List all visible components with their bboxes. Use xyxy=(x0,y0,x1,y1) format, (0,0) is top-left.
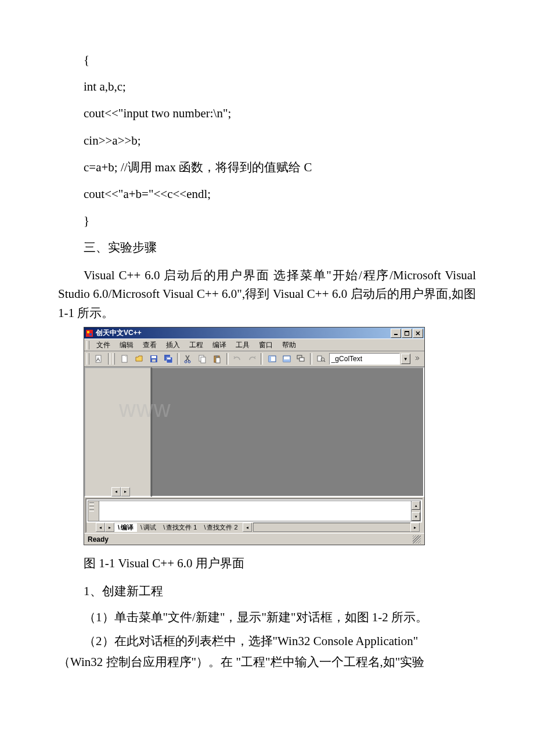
menu-build[interactable]: 编译 xyxy=(208,339,231,351)
minimize-button[interactable] xyxy=(391,329,401,338)
copy-icon xyxy=(198,354,207,363)
chevron-left-icon: ◂ xyxy=(246,525,248,530)
output-button[interactable] xyxy=(280,352,293,366)
section-heading-3: 三、实验步骤 xyxy=(58,234,476,261)
find-in-files-button[interactable] xyxy=(315,352,328,366)
output-tab-build[interactable]: 编译 xyxy=(114,523,137,532)
minimize-icon xyxy=(394,331,398,336)
output-tab-prev[interactable]: ◂ xyxy=(96,523,105,532)
output-tab-find1[interactable]: 查找文件 1 xyxy=(160,523,200,532)
code-line: cin>>a>>b; xyxy=(84,127,476,154)
undo-button[interactable] xyxy=(231,352,244,366)
maximize-button[interactable] xyxy=(402,329,412,338)
output-tab-find2[interactable]: 查找文件 2 xyxy=(200,523,241,532)
svg-rect-25 xyxy=(269,356,271,362)
workspace-icon xyxy=(268,354,277,363)
menu-edit[interactable]: 编辑 xyxy=(115,339,138,351)
new-file-icon xyxy=(120,354,129,363)
menu-project[interactable]: 工程 xyxy=(185,339,208,351)
output-pane: ▴ ▾ ◂ ▸ 编译 调试 查找文件 1 查找文件 2 ◂ ▸ xyxy=(85,498,423,533)
window-title: 创天中文VC++ xyxy=(96,328,142,338)
code-line: cout<<"input two number:\n"; xyxy=(84,100,476,127)
menu-help[interactable]: 帮助 xyxy=(277,339,301,351)
menu-view[interactable]: 查看 xyxy=(138,339,161,351)
step-1-2-paragraph-b: （Win32 控制台应用程序"）。在 "工程"栏中输入一个工程名,如"实验 xyxy=(58,653,476,672)
new-text-icon: A xyxy=(94,354,103,363)
new-text-button[interactable]: A xyxy=(92,352,106,366)
titlebar: 创天中文VC++ xyxy=(84,327,424,339)
overflow-icon xyxy=(415,355,420,363)
code-block: { int a,b,c; cout<<"input two number:\n"… xyxy=(58,46,476,234)
menubar-grip[interactable] xyxy=(86,341,89,350)
window-list-button[interactable] xyxy=(294,352,308,366)
svg-rect-20 xyxy=(201,357,205,363)
code-line: int a,b,c; xyxy=(84,73,476,100)
svg-text:A: A xyxy=(96,357,100,362)
toolbar-grip-2[interactable] xyxy=(113,353,116,365)
copy-button[interactable] xyxy=(196,352,210,366)
svg-rect-22 xyxy=(215,355,218,357)
menu-insert[interactable]: 插入 xyxy=(161,339,185,351)
output-tab-next[interactable]: ▸ xyxy=(105,523,114,532)
find-combo-dropdown[interactable]: ▼ xyxy=(401,354,410,364)
menu-tools[interactable]: 工具 xyxy=(231,339,254,351)
menubar: 文件 编辑 查看 插入 工程 编译 工具 窗口 帮助 xyxy=(84,339,424,351)
save-button[interactable] xyxy=(147,352,160,366)
output-body[interactable] xyxy=(99,501,420,521)
output-tabs: ◂ ▸ 编译 调试 查找文件 1 查找文件 2 ◂ ▸ xyxy=(86,523,422,532)
figure-caption-1-1: 图 1-1 Visual C++ 6.0 用户界面 xyxy=(58,551,476,575)
new-button[interactable] xyxy=(118,352,131,366)
redo-icon xyxy=(247,354,257,363)
output-tab-debug[interactable]: 调试 xyxy=(137,523,160,532)
find-combo[interactable]: _gColText xyxy=(329,353,400,365)
output-hscrollbar[interactable] xyxy=(253,523,414,532)
svg-rect-2 xyxy=(89,333,92,336)
output-hscroll-right[interactable]: ▸ xyxy=(410,523,420,532)
close-button[interactable] xyxy=(413,329,423,338)
svg-rect-23 xyxy=(216,358,220,363)
step-1-heading: 1、创建新工程 xyxy=(58,579,476,603)
cut-button[interactable] xyxy=(182,352,195,366)
menu-file[interactable]: 文件 xyxy=(92,339,115,351)
cut-icon xyxy=(183,354,193,363)
redo-button[interactable] xyxy=(245,352,258,366)
pane-tab-prev[interactable]: ◂ xyxy=(111,487,121,496)
pane-tab-next[interactable]: ▸ xyxy=(121,487,130,496)
workspace-pane[interactable]: ◂ ▸ xyxy=(84,367,151,497)
save-all-icon xyxy=(164,354,173,363)
chevron-left-icon: ◂ xyxy=(99,525,102,530)
open-button[interactable] xyxy=(132,352,146,366)
workspace-area: ◂ ▸ www xyxy=(84,366,424,497)
chevron-right-icon: ▸ xyxy=(109,525,111,530)
chevron-up-icon: ▴ xyxy=(415,503,417,508)
save-all-button[interactable] xyxy=(161,352,175,366)
close-icon xyxy=(416,331,420,336)
toolbar: A xyxy=(84,351,424,366)
code-line: cout<<"a+b="<<c<<endl; xyxy=(84,181,476,207)
svg-line-32 xyxy=(324,361,325,362)
output-vscrollbar[interactable]: ▴ ▾ xyxy=(411,501,421,521)
editor-pane[interactable]: www xyxy=(151,367,424,497)
chevron-left-icon: ◂ xyxy=(115,489,117,494)
toolbar-grip[interactable] xyxy=(86,353,89,365)
svg-rect-16 xyxy=(167,358,171,359)
paste-button[interactable] xyxy=(211,352,224,366)
workspace-button[interactable] xyxy=(265,352,279,366)
undo-icon xyxy=(233,354,242,363)
open-folder-icon xyxy=(135,354,144,363)
menu-window[interactable]: 窗口 xyxy=(254,339,277,351)
toolbar-overflow[interactable] xyxy=(413,352,422,366)
save-icon xyxy=(149,354,158,363)
code-line: { xyxy=(84,46,476,73)
window-list-icon xyxy=(296,354,305,363)
paste-icon xyxy=(212,354,222,363)
output-grip[interactable] xyxy=(88,501,99,521)
chevron-right-icon: ▸ xyxy=(414,525,416,530)
intro-paragraph: Visual C++ 6.0 启动后的用户界面 选择菜单"开始/程序/Micro… xyxy=(58,266,476,323)
chevron-down-icon: ▼ xyxy=(403,357,408,362)
svg-rect-29 xyxy=(300,358,304,361)
status-text: Ready xyxy=(88,535,109,543)
code-line: } xyxy=(84,207,476,234)
resize-grip[interactable] xyxy=(413,535,421,543)
output-hscroll-left[interactable]: ◂ xyxy=(243,523,252,532)
